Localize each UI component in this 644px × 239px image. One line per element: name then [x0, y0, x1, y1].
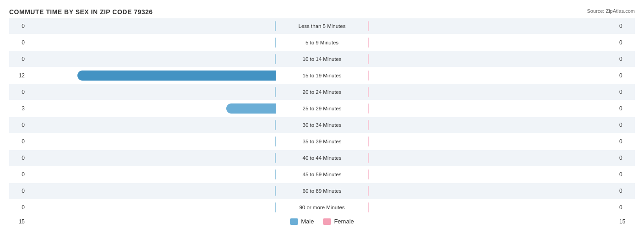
male-value: 3	[9, 105, 27, 112]
female-bar-container	[368, 136, 617, 147]
legend-female-label: Female	[334, 218, 354, 225]
chart-row: 0Less than 5 Minutes0	[9, 18, 635, 34]
female-bar	[368, 54, 369, 64]
female-bar-container	[368, 186, 617, 196]
female-bar	[368, 169, 369, 179]
male-value: 0	[9, 171, 27, 178]
axis-right-label: 15	[617, 218, 635, 225]
female-value: 0	[617, 89, 635, 95]
female-bar-container	[368, 202, 617, 212]
female-value: 0	[617, 155, 635, 161]
female-bar	[368, 103, 369, 114]
chart-row: 045 to 59 Minutes0	[9, 167, 635, 182]
chart-row: 1215 to 19 Minutes0	[9, 68, 635, 83]
male-value: 0	[9, 89, 27, 95]
row-label: 30 to 34 Minutes	[276, 122, 368, 128]
row-label: 90 or more Minutes	[276, 205, 368, 210]
female-value: 0	[617, 105, 635, 112]
female-bar-container	[368, 54, 617, 64]
chart-row: 05 to 9 Minutes0	[9, 35, 635, 50]
male-bar-container	[27, 38, 276, 48]
female-bar	[368, 186, 369, 196]
female-bar-container	[368, 169, 617, 179]
male-value: 12	[9, 72, 27, 79]
male-value: 0	[9, 122, 27, 128]
chart-container: COMMUTE TIME BY SEX IN ZIP CODE 79326 So…	[0, 0, 644, 239]
female-value: 0	[617, 188, 635, 194]
female-bar-container	[368, 153, 617, 163]
male-value: 0	[9, 138, 27, 145]
legend-male-box	[290, 218, 298, 225]
female-bar-container	[368, 71, 617, 81]
female-bar-container	[368, 103, 617, 114]
male-bar-container	[27, 169, 276, 179]
row-label: 40 to 44 Minutes	[276, 155, 368, 161]
female-bar-container	[368, 38, 617, 48]
female-bar-container	[368, 120, 617, 130]
female-bar	[368, 202, 369, 212]
chart-row: 060 to 89 Minutes0	[9, 183, 635, 199]
chart-row: 035 to 39 Minutes0	[9, 134, 635, 149]
female-value: 0	[617, 72, 635, 79]
chart-row: 020 to 24 Minutes0	[9, 84, 635, 100]
male-value: 0	[9, 188, 27, 194]
chart-row: 090 or more Minutes0	[9, 200, 635, 215]
female-value: 0	[617, 39, 635, 46]
female-bar-container	[368, 87, 617, 97]
male-bar-container	[27, 120, 276, 130]
legend-female-box	[323, 218, 331, 225]
bottom-area: 15 Male Female 15	[9, 218, 635, 225]
row-label: 35 to 39 Minutes	[276, 139, 368, 144]
female-bar	[368, 71, 369, 81]
male-bar-container	[27, 21, 276, 31]
row-label: 20 to 24 Minutes	[276, 89, 368, 95]
female-bar	[368, 136, 369, 147]
male-bar	[226, 103, 276, 114]
row-label: 45 to 59 Minutes	[276, 172, 368, 177]
male-bar-container	[27, 71, 276, 81]
legend: Male Female	[290, 218, 354, 225]
male-value: 0	[9, 204, 27, 211]
female-value: 0	[617, 138, 635, 145]
male-bar-container	[27, 153, 276, 163]
chart-area: 0Less than 5 Minutes005 to 9 Minutes0010…	[9, 18, 635, 215]
source-label: Source: ZipAtlas.com	[587, 8, 635, 14]
legend-male: Male	[290, 218, 314, 225]
row-label: 60 to 89 Minutes	[276, 188, 368, 194]
male-bar-container	[27, 54, 276, 64]
row-label: Less than 5 Minutes	[276, 23, 368, 29]
male-value: 0	[9, 23, 27, 29]
male-bar-container	[27, 136, 276, 147]
row-label: 15 to 19 Minutes	[276, 73, 368, 78]
male-value: 0	[9, 56, 27, 62]
female-bar	[368, 87, 369, 97]
row-label: 5 to 9 Minutes	[276, 40, 368, 45]
female-bar	[368, 38, 369, 48]
female-bar-container	[368, 21, 617, 31]
male-bar-container	[27, 186, 276, 196]
chart-title: COMMUTE TIME BY SEX IN ZIP CODE 79326	[9, 8, 635, 16]
female-bar	[368, 21, 369, 31]
female-value: 0	[617, 122, 635, 128]
female-value: 0	[617, 56, 635, 62]
chart-row: 010 to 14 Minutes0	[9, 51, 635, 67]
female-bar	[368, 120, 369, 130]
row-label: 25 to 29 Minutes	[276, 106, 368, 111]
male-bar	[77, 71, 276, 81]
male-bar-container	[27, 103, 276, 114]
legend-female: Female	[323, 218, 354, 225]
row-label: 10 to 14 Minutes	[276, 56, 368, 62]
female-value: 0	[617, 23, 635, 29]
female-value: 0	[617, 204, 635, 211]
male-value: 0	[9, 155, 27, 161]
female-bar	[368, 153, 369, 163]
male-value: 0	[9, 39, 27, 46]
chart-row: 325 to 29 Minutes0	[9, 101, 635, 116]
male-bar-container	[27, 87, 276, 97]
male-bar-container	[27, 202, 276, 212]
axis-left-label: 15	[9, 218, 27, 225]
chart-row: 040 to 44 Minutes0	[9, 150, 635, 166]
chart-row: 030 to 34 Minutes0	[9, 117, 635, 133]
female-value: 0	[617, 171, 635, 178]
legend-male-label: Male	[301, 218, 314, 225]
